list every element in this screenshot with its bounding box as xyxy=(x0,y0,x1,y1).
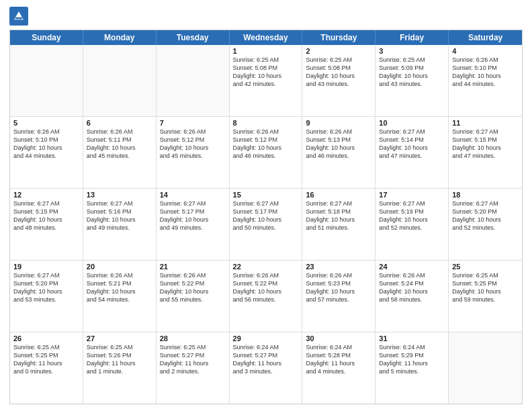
day-number: 13 xyxy=(87,191,152,199)
cell-info-line: and 45 minutes. xyxy=(160,152,226,160)
day-cell-5: 5Sunrise: 6:26 AMSunset: 5:10 PMDaylight… xyxy=(10,117,83,188)
cell-info-line: Sunset: 5:28 PM xyxy=(306,351,371,359)
day-number: 7 xyxy=(160,119,226,127)
cell-info-line: and 51 minutes. xyxy=(306,224,371,232)
cell-info-line: Daylight: 10 hours xyxy=(306,144,371,152)
cell-info-line: Daylight: 10 hours xyxy=(233,287,299,295)
cell-info-line: Sunrise: 6:26 AM xyxy=(379,271,445,279)
day-number: 16 xyxy=(306,191,371,199)
cell-info-line: Sunrise: 6:26 AM xyxy=(452,56,519,64)
cell-info-line: and 57 minutes. xyxy=(306,295,371,304)
cell-info-line: Sunrise: 6:27 AM xyxy=(160,199,226,208)
cell-info-line: and 55 minutes. xyxy=(160,295,226,304)
empty-cell-4-6 xyxy=(449,332,522,404)
cell-info-line: Sunrise: 6:24 AM xyxy=(233,343,299,351)
cell-info-line: and 46 minutes. xyxy=(233,152,299,160)
cell-info-line: Daylight: 10 hours xyxy=(87,216,152,224)
cell-info-line: Sunrise: 6:25 AM xyxy=(452,271,519,279)
day-number: 20 xyxy=(87,263,152,271)
day-number: 2 xyxy=(306,47,371,55)
cell-info-line: Sunset: 5:12 PM xyxy=(233,136,299,144)
day-number: 21 xyxy=(160,263,226,271)
cell-info-line: Sunset: 5:20 PM xyxy=(13,279,79,287)
cell-info-line: and 43 minutes. xyxy=(306,80,371,88)
cell-info-line: Sunrise: 6:25 AM xyxy=(233,56,299,64)
cell-info-line: and 44 minutes. xyxy=(13,152,79,160)
cell-info-line: Sunset: 5:25 PM xyxy=(452,279,519,287)
cell-info-line: and 44 minutes. xyxy=(452,80,519,88)
cell-info-line: Sunrise: 6:26 AM xyxy=(87,271,152,279)
day-number: 17 xyxy=(379,191,445,199)
cell-info-line: Daylight: 10 hours xyxy=(379,144,445,152)
day-cell-27: 27Sunrise: 6:25 AMSunset: 5:26 PMDayligh… xyxy=(83,332,157,404)
cell-info-line: Sunrise: 6:27 AM xyxy=(87,199,152,208)
week-row-2: 5Sunrise: 6:26 AMSunset: 5:10 PMDaylight… xyxy=(10,117,522,189)
cell-info-line: and 49 minutes. xyxy=(87,224,152,232)
cell-info-line: Sunset: 5:17 PM xyxy=(160,208,226,216)
cell-info-line: Sunset: 5:08 PM xyxy=(233,64,299,72)
cell-info-line: Sunset: 5:19 PM xyxy=(379,208,445,216)
logo-icon xyxy=(9,7,28,26)
cell-info-line: Daylight: 11 hours xyxy=(87,359,152,367)
cell-info-line: Sunset: 5:25 PM xyxy=(13,351,79,359)
cell-info-line: Sunset: 5:27 PM xyxy=(233,351,299,359)
cell-info-line: and 45 minutes. xyxy=(87,152,152,160)
cell-info-line: Daylight: 10 hours xyxy=(233,216,299,224)
day-number: 1 xyxy=(233,47,299,55)
page: SundayMondayTuesdayWednesdayThursdayFrid… xyxy=(0,0,532,411)
header-day-monday: Monday xyxy=(83,30,157,45)
header-day-saturday: Saturday xyxy=(449,30,522,45)
cell-info-line: Sunset: 5:18 PM xyxy=(306,208,371,216)
cell-info-line: Sunset: 5:14 PM xyxy=(379,136,445,144)
day-cell-14: 14Sunrise: 6:27 AMSunset: 5:17 PMDayligh… xyxy=(157,189,230,260)
cell-info-line: Daylight: 10 hours xyxy=(13,216,79,224)
day-number: 6 xyxy=(87,119,152,127)
cell-info-line: Daylight: 10 hours xyxy=(306,287,371,295)
day-number: 28 xyxy=(160,334,226,342)
cell-info-line: and 56 minutes. xyxy=(233,295,299,304)
logo xyxy=(9,7,31,26)
header xyxy=(9,7,523,26)
cell-info-line: Daylight: 11 hours xyxy=(379,359,445,367)
cell-info-line: Daylight: 10 hours xyxy=(379,287,445,295)
svg-rect-2 xyxy=(15,17,23,19)
cell-info-line: Sunset: 5:13 PM xyxy=(306,136,371,144)
cell-info-line: Daylight: 11 hours xyxy=(233,359,299,367)
cell-info-line: Sunset: 5:17 PM xyxy=(233,208,299,216)
day-cell-31: 31Sunrise: 6:24 AMSunset: 5:29 PMDayligh… xyxy=(375,332,449,404)
cell-info-line: Sunrise: 6:27 AM xyxy=(452,128,519,136)
cell-info-line: Sunset: 5:21 PM xyxy=(87,279,152,287)
day-cell-15: 15Sunrise: 6:27 AMSunset: 5:17 PMDayligh… xyxy=(230,189,303,260)
day-cell-25: 25Sunrise: 6:25 AMSunset: 5:25 PMDayligh… xyxy=(449,261,522,332)
day-number: 8 xyxy=(233,119,299,127)
cell-info-line: Daylight: 10 hours xyxy=(160,144,226,152)
day-cell-1: 1Sunrise: 6:25 AMSunset: 5:08 PMDaylight… xyxy=(230,45,303,116)
cell-info-line: Daylight: 10 hours xyxy=(452,144,519,152)
cell-info-line: Sunrise: 6:26 AM xyxy=(233,128,299,136)
day-cell-30: 30Sunrise: 6:24 AMSunset: 5:28 PMDayligh… xyxy=(302,332,375,404)
cell-info-line: Sunset: 5:10 PM xyxy=(13,136,79,144)
cell-info-line: and 53 minutes. xyxy=(13,295,79,304)
cell-info-line: and 3 minutes. xyxy=(233,367,299,375)
cell-info-line: Sunset: 5:29 PM xyxy=(379,351,445,359)
cell-info-line: Sunrise: 6:26 AM xyxy=(13,128,79,136)
day-number: 3 xyxy=(379,47,445,55)
day-number: 5 xyxy=(13,119,79,127)
cell-info-line: Sunrise: 6:25 AM xyxy=(379,56,445,64)
day-number: 4 xyxy=(452,47,519,55)
day-cell-4: 4Sunrise: 6:26 AMSunset: 5:10 PMDaylight… xyxy=(449,45,522,116)
day-cell-24: 24Sunrise: 6:26 AMSunset: 5:24 PMDayligh… xyxy=(375,261,449,332)
empty-cell-0-1 xyxy=(83,45,157,116)
cell-info-line: Sunset: 5:22 PM xyxy=(160,279,226,287)
week-row-4: 19Sunrise: 6:27 AMSunset: 5:20 PMDayligh… xyxy=(10,261,522,332)
cell-info-line: and 52 minutes. xyxy=(452,224,519,232)
day-cell-17: 17Sunrise: 6:27 AMSunset: 5:19 PMDayligh… xyxy=(375,189,449,260)
day-cell-8: 8Sunrise: 6:26 AMSunset: 5:12 PMDaylight… xyxy=(230,117,303,188)
cell-info-line: and 42 minutes. xyxy=(233,80,299,88)
cell-info-line: Daylight: 11 hours xyxy=(306,359,371,367)
day-cell-21: 21Sunrise: 6:26 AMSunset: 5:22 PMDayligh… xyxy=(157,261,230,332)
day-cell-18: 18Sunrise: 6:27 AMSunset: 5:20 PMDayligh… xyxy=(449,189,522,260)
day-cell-3: 3Sunrise: 6:25 AMSunset: 5:09 PMDaylight… xyxy=(375,45,449,116)
day-cell-19: 19Sunrise: 6:27 AMSunset: 5:20 PMDayligh… xyxy=(10,261,83,332)
cell-info-line: Daylight: 10 hours xyxy=(160,216,226,224)
